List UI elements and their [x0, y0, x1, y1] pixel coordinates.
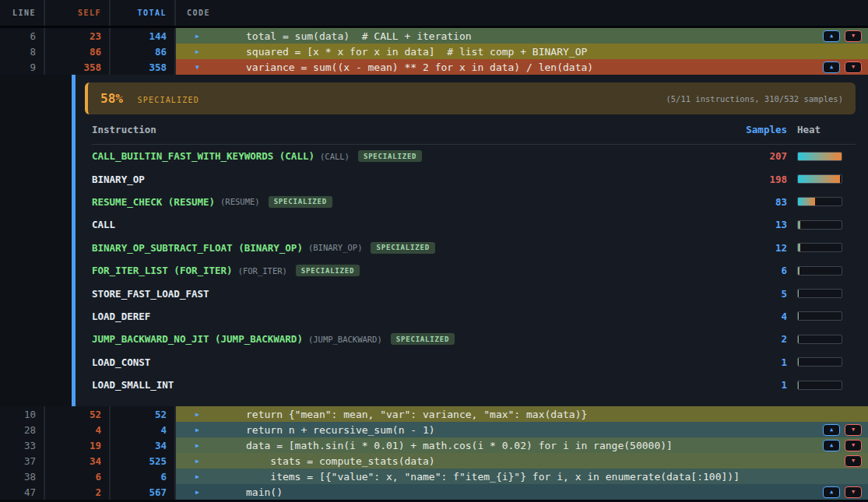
instruction-row: RESUME_CHECK (RESUME)(RESUME)SPECIALIZED…: [92, 191, 856, 213]
jump-up-button[interactable]: ▲: [823, 424, 840, 436]
column-header-code: CODE: [176, 0, 868, 26]
base-instruction: (JUMP_BACKWARD): [308, 335, 382, 344]
line-number: 33: [0, 437, 45, 453]
line-number: 47: [0, 484, 45, 500]
line-number: 28: [0, 422, 45, 437]
jump-down-button[interactable]: ▼: [845, 424, 862, 436]
profiler-app: LINE SELF TOTAL CODE 623144▶total = sum(…: [0, 0, 868, 502]
self-samples: 86: [45, 44, 111, 59]
column-header-line[interactable]: LINE: [0, 0, 45, 26]
sample-count: 2: [733, 333, 787, 345]
heat-bar-fill: [798, 244, 800, 251]
jump-up-button[interactable]: ▲: [823, 440, 840, 451]
instruction-row: LOAD_CONST1: [92, 351, 856, 374]
code-cell: ▶total = sum(data) # CALL + iteration▲▼: [176, 28, 868, 44]
heat-bar-fill: [798, 198, 815, 205]
instruction-name-cell: CALL: [92, 219, 733, 230]
jump-up-button[interactable]: ▲: [823, 30, 840, 42]
expand-chevron-icon[interactable]: ▶: [195, 427, 205, 434]
code-text: stats = compute_stats(data): [246, 455, 845, 467]
self-samples: 23: [45, 28, 111, 44]
table-header: LINE SELF TOTAL CODE: [0, 0, 868, 28]
jump-up-button[interactable]: ▲: [823, 486, 840, 498]
nav-buttons: ▲▼: [823, 486, 862, 498]
heat-bar-fill: [798, 290, 799, 297]
instruction-table: Instruction Samples Heat CALL_BUILTIN_FA…: [85, 114, 856, 396]
panel-content: 58% SPECIALIZED (5/11 instructions, 310/…: [76, 75, 868, 406]
expand-chevron-icon[interactable]: ▶: [195, 48, 205, 55]
instruction-name-cell: BINARY_OP_SUBTRACT_FLOAT (BINARY_OP)(BIN…: [92, 242, 733, 254]
column-header-heat[interactable]: Heat: [787, 124, 856, 135]
specialized-badge: SPECIALIZED: [269, 196, 332, 208]
code-row: 88686▶squared = [x * x for x in data] # …: [0, 44, 868, 59]
jump-down-button[interactable]: ▼: [845, 486, 862, 498]
instruction-name: LOAD_CONST: [92, 356, 150, 368]
heat-bar-fill: [798, 381, 799, 389]
heat-bar-fill: [798, 335, 799, 343]
sample-count: 1: [733, 356, 787, 368]
total-samples: 86: [111, 44, 176, 59]
line-number: 9: [0, 59, 45, 75]
column-header-instruction[interactable]: Instruction: [92, 124, 733, 135]
collapse-chevron-icon[interactable]: ▼: [195, 64, 205, 71]
expand-chevron-icon[interactable]: ▶: [195, 473, 205, 480]
code-rows-top: 623144▶total = sum(data) # CALL + iterat…: [0, 28, 868, 75]
expand-chevron-icon[interactable]: ▶: [195, 411, 205, 418]
heat-cell: [787, 243, 856, 252]
code-row: 331934▶data = [math.sin(i * 0.01) + math…: [0, 437, 868, 453]
expand-chevron-icon[interactable]: ▶: [195, 458, 205, 465]
code-row: 472567▶main()▲▼: [0, 484, 868, 500]
code-text: variance = sum((x - mean) ** 2 for x in …: [246, 61, 823, 73]
self-samples: 19: [45, 437, 111, 453]
sample-count: 1: [733, 379, 787, 391]
nav-buttons: ▲▼: [823, 61, 862, 73]
specialized-badge: SPECIALIZED: [296, 265, 360, 276]
self-samples: 4: [45, 422, 111, 437]
total-samples: 525: [111, 453, 176, 469]
code-cell: ▶main()▲▼: [176, 484, 868, 500]
total-samples: 567: [111, 484, 176, 500]
expand-chevron-icon[interactable]: ▶: [195, 33, 205, 40]
instruction-row: BINARY_OP_SUBTRACT_FLOAT (BINARY_OP)(BIN…: [92, 237, 856, 259]
line-number: 10: [0, 406, 45, 422]
specialized-badge: SPECIALIZED: [358, 150, 422, 162]
total-samples: 358: [111, 59, 176, 75]
jump-down-button[interactable]: ▼: [845, 30, 862, 42]
jump-up-button[interactable]: ▲: [823, 61, 840, 73]
code-row: 3866▶ items = [{"value": x, "name": f"it…: [0, 469, 868, 484]
code-cell: ▶return n + recursive_sum(n - 1)▲▼: [176, 422, 868, 437]
sample-count: 83: [733, 196, 787, 208]
code-row: 9358358▼variance = sum((x - mean) ** 2 f…: [0, 59, 868, 75]
column-header-self[interactable]: SELF: [45, 0, 111, 26]
code-rows-bottom: 105252▶return {"mean": mean, "var": vari…: [0, 406, 868, 500]
heat-cell: [787, 289, 856, 298]
code-row: 3734525▶ stats = compute_stats(data)▼: [0, 453, 868, 469]
heat-cell: [787, 152, 856, 161]
instruction-name: BINARY_OP_SUBTRACT_FLOAT (BINARY_OP): [92, 242, 303, 254]
instruction-name: CALL_BUILTIN_FAST_WITH_KEYWORDS (CALL): [92, 150, 315, 162]
instruction-row: CALL_BUILTIN_FAST_WITH_KEYWORDS (CALL)(C…: [92, 145, 856, 167]
instruction-row: STORE_FAST_LOAD_FAST5: [92, 282, 856, 304]
jump-down-button[interactable]: ▼: [845, 440, 862, 451]
jump-down-button[interactable]: ▼: [845, 455, 862, 467]
self-samples: 6: [45, 469, 111, 484]
heat-cell: [787, 357, 856, 367]
panel-left-gutter: [0, 75, 72, 406]
self-samples: 2: [45, 484, 111, 500]
sample-count: 5: [733, 288, 787, 300]
specialized-label: SPECIALIZED: [138, 96, 199, 104]
code-cell: ▶return {"mean": mean, "var": variance, …: [176, 406, 868, 422]
instruction-row: FOR_ITER_LIST (FOR_ITER)(FOR_ITER)SPECIA…: [92, 259, 856, 282]
heat-cell: [787, 335, 856, 344]
expand-chevron-icon[interactable]: ▶: [195, 442, 205, 449]
jump-down-button[interactable]: ▼: [845, 61, 862, 73]
sample-count: 4: [733, 311, 787, 322]
code-text: data = [math.sin(i * 0.01) + math.cos(i …: [246, 440, 823, 451]
column-header-total[interactable]: TOTAL: [111, 0, 176, 26]
expand-chevron-icon[interactable]: ▶: [195, 489, 205, 496]
column-header-samples[interactable]: Samples: [733, 124, 787, 135]
instruction-name: CALL: [92, 219, 115, 230]
instruction-table-header: Instruction Samples Heat: [92, 114, 856, 144]
heat-bar: [797, 311, 842, 321]
nav-buttons: ▲▼: [823, 30, 862, 42]
